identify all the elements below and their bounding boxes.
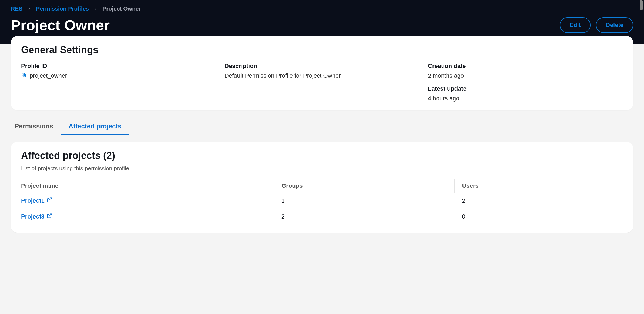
general-settings-heading: General Settings xyxy=(21,44,623,56)
svg-line-3 xyxy=(49,214,51,216)
groups-cell: 1 xyxy=(274,193,454,209)
groups-cell: 2 xyxy=(274,209,454,225)
external-link-icon xyxy=(47,197,52,204)
col-users: Users xyxy=(454,179,623,193)
breadcrumb-current: Project Owner xyxy=(102,5,141,12)
creation-date-label: Creation date xyxy=(428,63,615,70)
affected-projects-heading: Affected projects (2) xyxy=(21,150,623,161)
tab-affected-projects[interactable]: Affected projects xyxy=(61,118,129,135)
breadcrumb: RES Permission Profiles Project Owner xyxy=(11,5,633,12)
general-settings-card: General Settings Profile ID project_owne… xyxy=(11,36,633,110)
description-value: Default Permission Profile for Project O… xyxy=(224,72,411,79)
users-cell: 2 xyxy=(454,193,623,209)
delete-button[interactable]: Delete xyxy=(596,17,633,33)
tabs: Permissions Affected projects xyxy=(11,118,633,135)
chevron-right-icon xyxy=(94,5,98,12)
description-label: Description xyxy=(224,63,411,70)
col-groups: Groups xyxy=(274,179,454,193)
affected-projects-subtitle: List of projects using this permission p… xyxy=(21,165,623,172)
creation-date-value: 2 months ago xyxy=(428,72,615,79)
users-cell: 0 xyxy=(454,209,623,225)
project-link[interactable]: Project3 xyxy=(21,213,52,220)
project-name: Project3 xyxy=(21,213,45,220)
table-row: Project3 2 0 xyxy=(21,209,623,225)
table-row: Project1 1 2 xyxy=(21,193,623,209)
affected-projects-card: Affected projects (2) List of projects u… xyxy=(11,142,633,233)
profile-id-value: project_owner xyxy=(30,72,67,79)
chevron-right-icon xyxy=(27,5,31,12)
project-link[interactable]: Project1 xyxy=(21,197,52,204)
page-title: Project Owner xyxy=(11,17,110,33)
latest-update-value: 4 hours ago xyxy=(428,95,615,102)
tab-permissions[interactable]: Permissions xyxy=(11,118,61,135)
svg-line-2 xyxy=(49,198,51,200)
profile-id-label: Profile ID xyxy=(21,63,208,70)
project-name: Project1 xyxy=(21,197,45,204)
copy-icon[interactable] xyxy=(21,72,26,79)
scrollbar[interactable] xyxy=(640,0,643,10)
col-project-name: Project name xyxy=(21,179,274,193)
latest-update-label: Latest update xyxy=(428,85,615,92)
affected-projects-table: Project name Groups Users Project1 xyxy=(21,179,623,224)
external-link-icon xyxy=(47,213,52,220)
breadcrumb-parent-link[interactable]: Permission Profiles xyxy=(36,5,89,12)
breadcrumb-root-link[interactable]: RES xyxy=(11,5,22,12)
edit-button[interactable]: Edit xyxy=(560,17,591,33)
